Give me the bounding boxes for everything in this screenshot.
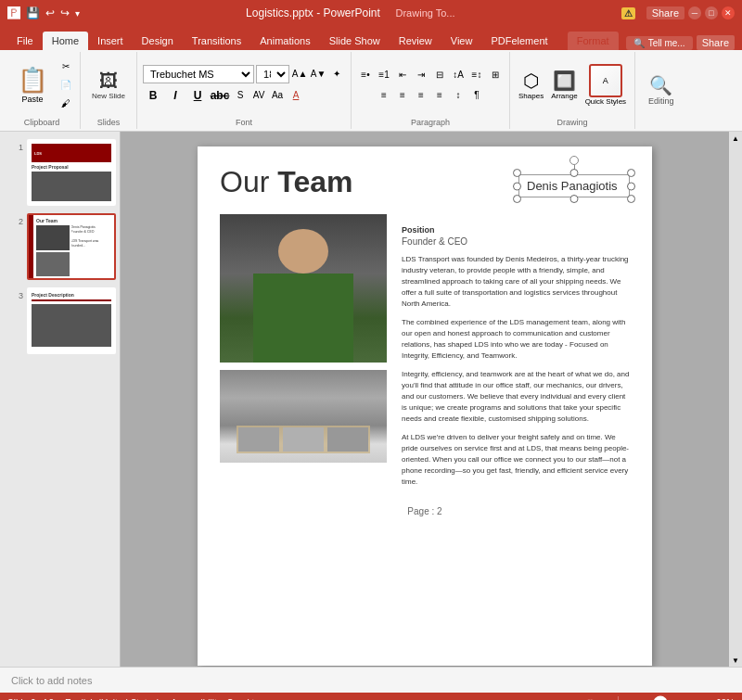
- font-size-select[interactable]: 18: [256, 65, 289, 83]
- paste-button[interactable]: 📋 Paste: [9, 61, 56, 108]
- ribbon-group-paragraph: ≡• ≡1 ⇤ ⇥ ⊟ ↕A ≡↕ ⊞ ≡ ≡ ≡ ≡ ↕ ¶ Paragrap…: [352, 52, 510, 129]
- close-button[interactable]: ✕: [722, 6, 735, 19]
- slide-thumb-2[interactable]: Our Team Denis PanagiotisFounder & CEOLD…: [27, 213, 116, 280]
- tab-transitions[interactable]: Transitions: [183, 32, 250, 50]
- numbering-button[interactable]: ≡1: [376, 67, 392, 83]
- tab-view[interactable]: View: [441, 32, 482, 50]
- scroll-up-arrow[interactable]: ▲: [729, 132, 742, 145]
- handle-br[interactable]: [627, 195, 635, 203]
- ribbon-tabs: File Home Insert Design Transitions Anim…: [0, 26, 742, 50]
- tab-file[interactable]: File: [7, 32, 43, 50]
- case-button[interactable]: Aa: [269, 87, 286, 104]
- font-increase-button[interactable]: A▲: [291, 66, 308, 83]
- align-left-button[interactable]: ≡: [376, 87, 392, 104]
- shapes-icon: ⬡: [523, 70, 539, 92]
- drawing-label: Drawing: [557, 118, 588, 127]
- editing-group-content: 🔍 Editing: [641, 54, 682, 125]
- slide-thumb-3[interactable]: Project Description: [27, 287, 116, 354]
- drawing-group-content: ⬡ Shapes 🔲 Arrange A Quick Styles: [516, 54, 629, 116]
- slide-thumb-1[interactable]: LDS Project Proposal: [27, 139, 116, 206]
- slide-canvas: Our Team: [198, 146, 652, 666]
- warning-icon: ⚠: [621, 7, 635, 19]
- scrollbar-track[interactable]: [729, 145, 742, 654]
- handle-tc[interactable]: [570, 169, 579, 177]
- arrange-button[interactable]: 🔲 Arrange: [548, 67, 580, 103]
- tab-animations[interactable]: Animations: [250, 32, 319, 50]
- tab-home[interactable]: Home: [43, 32, 88, 50]
- paste-label: Paste: [21, 95, 43, 104]
- align-text-button[interactable]: ≡↕: [468, 67, 485, 83]
- slide-number-1: 1: [19, 139, 23, 152]
- quick-access-save[interactable]: 💾: [26, 6, 40, 19]
- ribbon: 📋 Paste ✂ 📄 🖌 Clipboard 🖼 New Slide Slid…: [0, 50, 742, 132]
- smartart-button[interactable]: ⊞: [487, 67, 504, 83]
- quick-styles-button[interactable]: A Quick Styles: [582, 61, 629, 108]
- para-spacing-button[interactable]: ¶: [468, 87, 485, 104]
- handle-tr[interactable]: [627, 169, 635, 177]
- cut-button[interactable]: ✂: [58, 58, 74, 75]
- canvas-area: Our Team: [121, 132, 729, 667]
- slide-photos: [220, 214, 387, 495]
- tab-pdfelement[interactable]: PDFelement: [481, 32, 556, 50]
- filename-label: Logistics.pptx - PowerPoint: [246, 6, 380, 19]
- format-painter-button[interactable]: 🖌: [58, 95, 74, 112]
- slide-text-1: LDS Transport was founded by Denis Medei…: [402, 254, 630, 310]
- quick-access-redo[interactable]: ↪: [60, 6, 70, 19]
- tab-insert[interactable]: Insert: [88, 32, 133, 50]
- copy-button[interactable]: 📄: [58, 77, 74, 94]
- new-slide-button[interactable]: 🖼 New Slide: [86, 67, 131, 104]
- font-color-button[interactable]: A: [288, 87, 304, 104]
- position-label: Position: [402, 225, 630, 235]
- decrease-indent-button[interactable]: ⇤: [394, 67, 411, 83]
- columns-button[interactable]: ⊟: [431, 67, 448, 83]
- tab-design[interactable]: Design: [133, 32, 183, 50]
- bullets-button[interactable]: ≡•: [357, 67, 374, 83]
- tab-format[interactable]: Format: [568, 32, 619, 50]
- line-spacing-button[interactable]: ↕: [450, 87, 467, 104]
- bold-button[interactable]: B: [143, 85, 163, 106]
- slide-text-content: Position Founder & CEO LDS Transport was…: [402, 214, 630, 495]
- title-bar: 🅿 💾 ↩ ↪ ▾ Logistics.pptx - PowerPoint Dr…: [0, 0, 742, 26]
- minimize-button[interactable]: ─: [688, 6, 701, 19]
- tab-slideshow[interactable]: Slide Show: [320, 32, 390, 50]
- status-separator: [618, 696, 619, 700]
- spacing-button[interactable]: AV: [250, 87, 267, 104]
- powerpoint-icon: 🅿: [7, 6, 20, 20]
- text-direction-button[interactable]: ↕A: [450, 67, 467, 83]
- handle-tl[interactable]: [513, 169, 521, 177]
- handle-bc[interactable]: [570, 195, 579, 203]
- main-area: 1 LDS Project Proposal 2 Our Team: [0, 132, 742, 667]
- paragraph-group-content: ≡• ≡1 ⇤ ⇥ ⊟ ↕A ≡↕ ⊞ ≡ ≡ ≡ ≡ ↕ ¶: [357, 54, 504, 116]
- underline-button[interactable]: U: [187, 85, 208, 106]
- maximize-button[interactable]: □: [705, 6, 718, 19]
- handle-bl[interactable]: [513, 195, 521, 203]
- quick-access-undo[interactable]: ↩: [45, 6, 55, 19]
- editing-area: 🔍 Editing: [641, 70, 682, 109]
- clear-formatting-button[interactable]: ✦: [328, 66, 345, 83]
- share-label[interactable]: Share: [697, 35, 735, 50]
- tab-review[interactable]: Review: [390, 32, 441, 50]
- tell-me-bar[interactable]: 🔍 Tell me...: [626, 36, 693, 50]
- font-decrease-button[interactable]: A▼: [310, 66, 326, 83]
- search-icon: 🔍: [633, 38, 645, 48]
- handle-mr[interactable]: [627, 182, 635, 190]
- notes-bar[interactable]: Click to add notes: [0, 667, 742, 693]
- handle-ml[interactable]: [513, 182, 521, 190]
- justify-button[interactable]: ≡: [431, 87, 448, 104]
- share-button[interactable]: Share: [646, 6, 684, 19]
- font-family-select[interactable]: Trebuchet MS: [143, 65, 254, 83]
- new-slide-label: New Slide: [92, 92, 125, 100]
- tell-me-label: Tell me...: [648, 38, 685, 48]
- increase-indent-button[interactable]: ⇥: [413, 67, 429, 83]
- vertical-scrollbar[interactable]: ▲ ▼: [729, 132, 742, 667]
- strikethrough-button[interactable]: abc: [210, 85, 230, 106]
- font-row1: Trebuchet MS 18 A▲ A▼ ✦: [143, 65, 345, 83]
- shadow-button[interactable]: S: [232, 87, 249, 104]
- align-center-button[interactable]: ≡: [394, 87, 411, 104]
- ribbon-group-editing: 🔍 Editing: [635, 52, 687, 129]
- shapes-button[interactable]: ⬡ Shapes: [516, 67, 546, 103]
- slide-photo-warehouse: [220, 370, 387, 463]
- italic-button[interactable]: I: [165, 85, 186, 106]
- scroll-down-arrow[interactable]: ▼: [729, 654, 742, 667]
- align-right-button[interactable]: ≡: [413, 87, 429, 104]
